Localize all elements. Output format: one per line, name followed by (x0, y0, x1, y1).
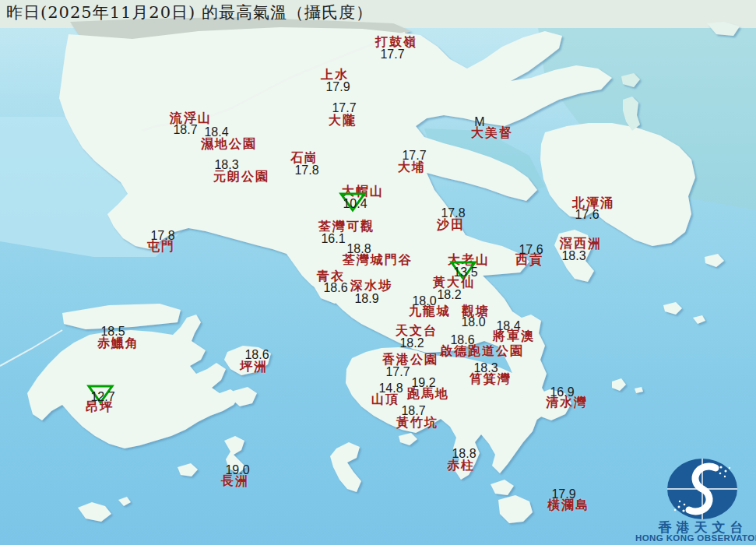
station-name: 深水埗 (350, 280, 392, 292)
station-name: 濕地公園 (201, 138, 257, 150)
station-value: 19.2 (411, 377, 435, 389)
station-name: 黃大仙 (433, 276, 475, 289)
station-value: 18.3 (561, 250, 585, 262)
station-name: 長洲 (221, 475, 249, 487)
station-name: 荃灣可觀 (318, 220, 374, 233)
station-value: 18.8 (346, 243, 371, 255)
station-value: 18.4 (496, 320, 520, 332)
station-value: 18.0 (461, 316, 485, 329)
station-value: 18.6 (323, 282, 347, 294)
station-name: 天文台 (396, 325, 438, 337)
station-value: 18.4 (204, 126, 228, 139)
station-value: 18.2 (399, 337, 424, 350)
station-name: 沙田 (437, 219, 465, 231)
station-value: 18.5 (100, 325, 125, 338)
station-name: 上水 (321, 69, 349, 81)
station-value: 18.3 (473, 362, 498, 374)
station-value: 18.2 (437, 289, 461, 301)
station-name: 山頂 (371, 393, 399, 406)
hko-logo (667, 459, 737, 519)
station-value: 17.9 (551, 488, 575, 501)
station-name: 荃灣城門谷 (343, 254, 413, 266)
station-value: 18.3 (214, 159, 238, 171)
page-title: 昨日(2025年11月20日) 的最高氣溫（攝氏度） (6, 2, 373, 23)
station-value: 17.9 (325, 81, 350, 93)
station-value: 17.8 (150, 230, 174, 242)
station-value: 10.4 (343, 198, 367, 210)
weather-map: 昨日(2025年11月20日) 的最高氣溫（攝氏度） 打鼓嶺17.7上水17.9… (0, 0, 756, 545)
station-name: 滘西洲 (560, 237, 602, 250)
station-value: 17.6 (575, 209, 599, 221)
station-value: 12.7 (90, 391, 114, 403)
station-name: 屯門 (147, 241, 175, 253)
hko-logo-name-en: HONG KONG OBSERVATORY (635, 533, 756, 543)
station-name: 坪洲 (240, 360, 268, 373)
station-value: 17.7 (332, 102, 356, 114)
station-value: 17.8 (294, 164, 318, 177)
station-value: 18.7 (173, 124, 197, 136)
station-value: 18.7 (401, 405, 425, 417)
station-value: 14.8 (378, 382, 403, 395)
station-value: 18.6 (450, 334, 474, 346)
station-value: 18.8 (452, 448, 476, 460)
station-name: 打鼓嶺 (375, 36, 417, 48)
station-name: 赤柱 (447, 459, 475, 472)
station-name: 黃竹坑 (396, 417, 438, 429)
station-name: 跑馬地 (407, 388, 449, 400)
station-name: 石崗 (290, 152, 318, 164)
station-value: 17.7 (385, 366, 410, 378)
station-value: M (474, 116, 484, 128)
station-name: 大隴 (329, 114, 357, 127)
station-name: 香港公園 (382, 353, 438, 366)
station-value: 17.7 (380, 48, 404, 61)
station-value: 16.1 (321, 233, 345, 245)
station-name: 啟德跑道公園 (440, 345, 524, 357)
hong-kong-map-image (0, 0, 756, 545)
station-name: 赤鱲角 (97, 337, 139, 350)
station-value: 16.9 (550, 386, 574, 399)
station-value: 17.7 (402, 149, 426, 162)
station-value: 17.8 (441, 207, 465, 220)
station-name: 橫瀾島 (547, 499, 589, 512)
station-value: 18.9 (354, 293, 378, 305)
station-value: 17.6 (519, 244, 543, 256)
station-value: 18.6 (244, 349, 269, 361)
station-name: 大美督 (471, 127, 513, 139)
station-value: 19.0 (225, 464, 249, 476)
station-name: 元朗公園 (213, 171, 269, 183)
station-value: 18.0 (412, 295, 436, 308)
station-name: 大埔 (398, 161, 426, 174)
station-name: 筲箕灣 (469, 373, 512, 385)
